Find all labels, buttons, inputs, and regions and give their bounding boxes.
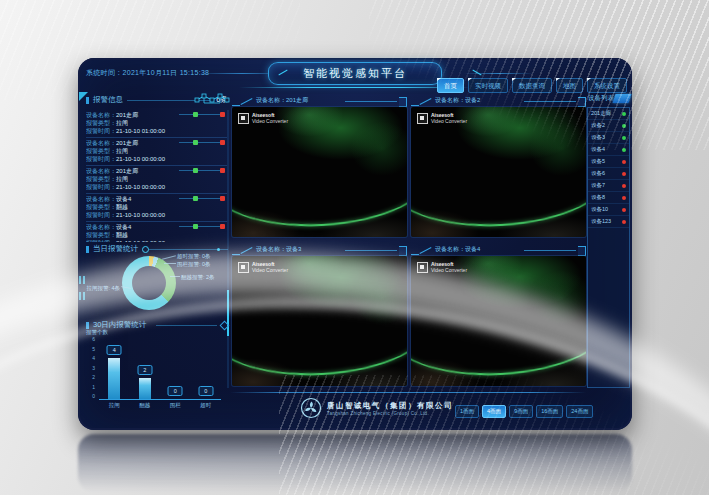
- alarm-handled-indicator[interactable]: [193, 140, 198, 145]
- bar-value-badge: 2: [137, 365, 152, 375]
- nav-tab-home[interactable]: 首页: [437, 78, 464, 93]
- view-16-button[interactable]: 16画面: [536, 405, 563, 418]
- device-list-item[interactable]: 设备7: [588, 180, 629, 192]
- video-feed[interactable]: AiseesoftVideo Converter: [232, 256, 407, 386]
- bar: [139, 378, 151, 399]
- status-dot: [622, 172, 626, 176]
- watermark: AiseesoftVideo Converter: [238, 113, 288, 124]
- alarm-unhandled-indicator[interactable]: [220, 196, 225, 201]
- callout-line: [162, 255, 176, 259]
- device-list-item[interactable]: 设备5: [588, 156, 629, 168]
- bar-value-badge: 0: [198, 386, 213, 396]
- device-value: 设备4: [116, 224, 131, 230]
- bar-slot: 0: [191, 337, 222, 399]
- nav-tab-map[interactable]: 地图: [556, 78, 583, 93]
- bar-value-badge: 4: [107, 345, 122, 355]
- alarm-handled-indicator[interactable]: [193, 112, 198, 117]
- status-dot: [622, 136, 626, 140]
- aurora-arc: [232, 122, 407, 232]
- video-feed[interactable]: AiseesoftVideo Converter: [232, 107, 407, 237]
- alarm-actions: [179, 196, 225, 201]
- type-value: 翻越: [116, 232, 128, 238]
- device-label: 设备名称：: [86, 196, 116, 202]
- device-name: 201走廊: [591, 110, 611, 117]
- device-list-tab[interactable]: [613, 94, 632, 103]
- bullet-icon: [86, 97, 89, 104]
- device-list-item[interactable]: 设备10: [588, 204, 629, 216]
- alarm-list-item[interactable]: 设备名称：201走廊 报警类型：拉闸 报警时间：21-10-10 00:00:0…: [86, 165, 227, 193]
- device-list-item[interactable]: 201走廊: [588, 108, 629, 120]
- nav-tab-live-video[interactable]: 实时视频: [468, 78, 508, 93]
- device-list-item[interactable]: 设备8: [588, 192, 629, 204]
- ytick: 4: [86, 356, 95, 361]
- status-dot: [622, 148, 626, 152]
- ytick: 1: [86, 385, 95, 390]
- view-9-button[interactable]: 9画面: [509, 405, 533, 418]
- video-panel-header: 设备名称：201走廊: [232, 94, 407, 107]
- header-decoration: [150, 322, 217, 329]
- alarm-list-item[interactable]: 设备名称：设备4 报警类型：翻越 报警时间：21-10-10 00:00:00: [86, 193, 227, 221]
- device-list-item[interactable]: 设备123: [588, 216, 629, 228]
- alarm-actions: [179, 140, 225, 145]
- time-value: 21-10-10 00:00:00: [116, 212, 165, 218]
- bar-slot: 0: [160, 337, 191, 399]
- alarm-unhandled-indicator[interactable]: [220, 224, 225, 229]
- view-1-button[interactable]: 1画面: [455, 405, 479, 418]
- type-label: 报警类型：: [86, 232, 116, 238]
- video-feed[interactable]: AiseesoftVideo Converter: [411, 256, 586, 386]
- device-label: 设备名称：: [86, 224, 116, 230]
- nav-tab-data-query[interactable]: 数据查询: [512, 78, 552, 93]
- aurora-arc: [411, 271, 586, 381]
- bar-chart-yticks: 6 5 4 3 2 1 0: [86, 337, 95, 399]
- time-value: 21-10-10 00:00:00: [116, 240, 165, 242]
- device-list-item[interactable]: 设备4: [588, 144, 629, 156]
- device-name: 设备10: [591, 206, 608, 213]
- xtick: 拉闸: [99, 402, 130, 409]
- bar: [108, 358, 120, 399]
- video-label-prefix: 设备名称：: [256, 97, 286, 103]
- alarm-unhandled-indicator[interactable]: [220, 112, 225, 117]
- dashboard-screen: 系统时间：2021年10月11日 15:15:38 智能视觉感知平台 首页 实时…: [78, 58, 632, 430]
- nav-tab-settings[interactable]: 系统设置: [587, 78, 627, 93]
- view-24-button[interactable]: 24画面: [566, 405, 593, 418]
- time-label: 报警时间：: [86, 184, 116, 190]
- alarm-actions: [179, 224, 225, 229]
- device-list-item[interactable]: 设备6: [588, 168, 629, 180]
- watermark-line2: Video Converter: [252, 119, 288, 125]
- bracket-icon: [399, 97, 407, 107]
- donut-chart: [122, 256, 176, 310]
- alarm-handled-indicator[interactable]: [193, 168, 198, 173]
- device-list-title: 设备列表: [588, 94, 614, 103]
- alarm-list-item[interactable]: 设备名称：201走廊 报警类型：拉闸 报警时间：21-10-10 01:00:0…: [86, 110, 227, 137]
- footer-divider: [230, 392, 586, 393]
- video-feed[interactable]: AiseesoftVideo Converter: [411, 107, 586, 237]
- watermark: AiseesoftVideo Converter: [417, 113, 467, 124]
- device-list-item[interactable]: 设备3: [588, 132, 629, 144]
- device-value: 201走廊: [116, 112, 138, 118]
- alarm-list-item[interactable]: 设备名称：设备4 报警类型：翻越 报警时间：21-10-10 00:00:00: [86, 221, 227, 242]
- bar-slot: 2: [130, 337, 161, 399]
- watermark-icon: [417, 113, 428, 124]
- donut-label-fence: 围栏报警: 0条: [177, 261, 211, 268]
- alarm-actions: [179, 112, 225, 117]
- device-list-item[interactable]: 设备2: [588, 120, 629, 132]
- watermark-line2: Video Converter: [431, 119, 467, 125]
- device-label: 设备名称：: [86, 112, 116, 118]
- view-4-button[interactable]: 4画面: [482, 405, 506, 418]
- device-name: 设备4: [591, 146, 605, 153]
- bracket-icon: [578, 97, 586, 107]
- alarm-handled-indicator[interactable]: [193, 196, 198, 201]
- time-label: 报警时间：: [86, 212, 116, 218]
- header-rule: [524, 250, 576, 251]
- alarm-handled-indicator[interactable]: [193, 224, 198, 229]
- ytick: 2: [86, 375, 95, 380]
- bar-chart-xlabels: 拉闸 翻越 围栏 超时: [99, 402, 221, 409]
- alarm-unhandled-indicator[interactable]: [220, 140, 225, 145]
- device-name: 设备123: [591, 218, 611, 225]
- status-dot: [622, 184, 626, 188]
- alarm-list-item[interactable]: 设备名称：201走廊 报警类型：拉闸 报警时间：21-10-10 00:00:0…: [86, 137, 227, 165]
- alarm-unhandled-indicator[interactable]: [220, 168, 225, 173]
- device-value: 设备4: [116, 196, 131, 202]
- status-dot: [622, 220, 626, 224]
- view-switcher: 1画面 4画面 9画面 16画面 24画面: [455, 405, 593, 418]
